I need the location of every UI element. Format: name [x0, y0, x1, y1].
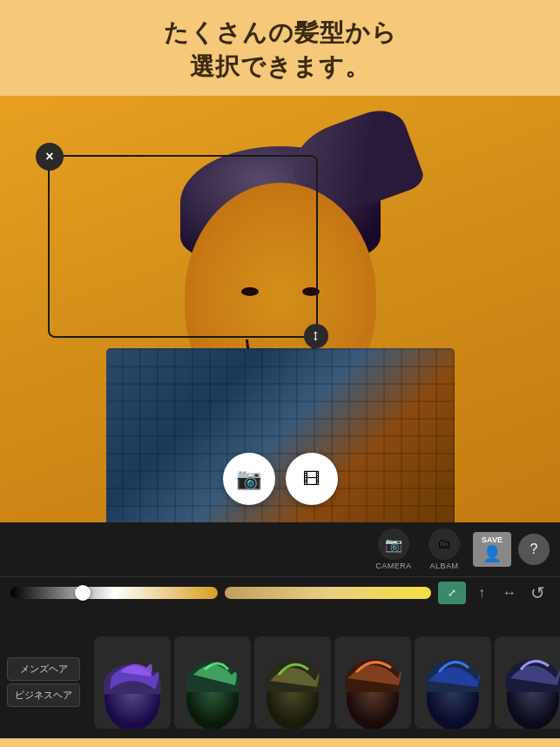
arrow-lr-button[interactable]: ↔ — [497, 581, 522, 605]
page-title: たくさんの髪型から 選択できます。 — [17, 16, 543, 84]
selection-close-button[interactable]: × — [36, 143, 64, 171]
slider-row: ⤢ ↑ ↔ ↺ — [0, 577, 560, 609]
save-button[interactable]: SAVE 👤 — [473, 532, 511, 567]
gold-color-slider[interactable] — [225, 587, 432, 599]
bw-color-slider[interactable] — [10, 587, 218, 599]
camera-icon: 📷 — [378, 528, 409, 560]
hairstyle-item[interactable] — [495, 636, 560, 729]
hairstyle-section: メンズヘア ビジネスヘア — [0, 609, 560, 738]
hairstyle-item[interactable] — [415, 636, 491, 729]
save-icon: 👤 — [482, 544, 502, 563]
floating-action-buttons: 📷 🎞 — [223, 453, 338, 505]
hairstyle-item[interactable] — [174, 636, 251, 729]
action-row: 📷 CAMERA 🗂 ALBAM SAVE 👤 ? — [0, 522, 560, 576]
header-area: たくさんの髪型から 選択できます。 — [0, 0, 560, 96]
hairstyle-thumbnail-row — [0, 630, 560, 735]
photo-area: × ⤡ 📷 🎞 — [0, 96, 560, 522]
album-icon: 🗂 — [428, 528, 460, 560]
bottom-toolbar: 📷 CAMERA 🗂 ALBAM SAVE 👤 ? ⤢ ↑ — [0, 522, 560, 738]
hairstyle-item[interactable] — [94, 636, 171, 729]
refresh-button[interactable]: ↺ — [525, 581, 550, 605]
expand-button[interactable]: ⤢ — [438, 582, 466, 604]
slider-thumb[interactable] — [75, 585, 91, 601]
camera-action-button[interactable]: 📷 CAMERA — [372, 528, 415, 570]
expand-button-group: ⤢ ↑ ↔ ↺ — [438, 581, 550, 605]
album-action-button[interactable]: 🗂 ALBAM — [422, 528, 466, 570]
selection-rectangle[interactable]: × ⤡ — [48, 155, 318, 338]
help-button[interactable]: ? — [518, 534, 550, 565]
hairstyle-item[interactable] — [334, 636, 411, 729]
camera-float-button[interactable]: 📷 — [223, 453, 275, 505]
arrow-up-button[interactable]: ↑ — [469, 581, 494, 605]
hairstyle-item[interactable] — [254, 636, 331, 729]
album-float-button[interactable]: 🎞 — [286, 453, 338, 505]
